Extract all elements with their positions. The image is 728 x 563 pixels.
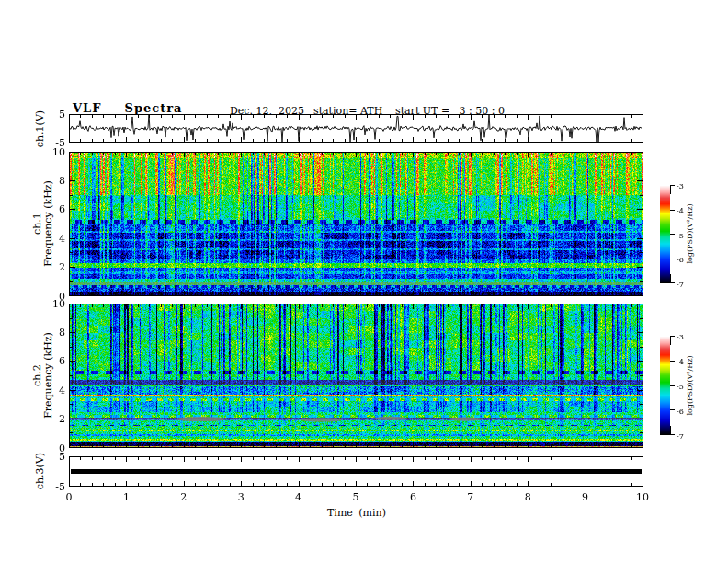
ch1-colorbar [660,185,678,283]
ch1-freq-tick-label: 0 [41,291,65,303]
time-tick-label: 5 [342,491,370,503]
ch1-colorbar-label: log(PSD)(V²/Hz) [686,203,694,263]
ch2-frequency-axis-label: ch.2 Frequency (kHz) [32,332,54,419]
ch2-spectrogram-panel [69,304,643,448]
ch1-frequency-axis-label: ch.1 Frequency (kHz) [32,180,54,267]
time-tick-label: 0 [55,491,83,503]
ch3-waveform-panel [69,456,643,487]
time-tick-label: 6 [399,491,427,503]
ch3-voltage-axis-label: ch.3(V) [35,453,46,489]
ch1-axis-label-line2: Frequency (kHz) [43,180,54,267]
ch2-freq-tick-label: 10 [41,298,65,310]
time-axis-label: Time (min) [301,507,412,519]
vlf-spectra-figure: VLF Spectra Dec. 12, 2025 station= ATH s… [0,0,728,563]
figure-title: VLF Spectra [73,101,182,115]
ch1-freq-tick-label: 10 [41,146,65,158]
time-tick-label: 2 [170,491,198,503]
time-tick-label: 8 [514,491,541,503]
ch2-axis-label-line2: Frequency (kHz) [43,332,54,419]
time-tick-label: 7 [457,491,484,503]
ch1-spectrogram-panel [69,152,643,296]
time-tick-label: 10 [629,491,656,503]
ch2-colorbar [660,336,678,435]
ch1-waveform-panel [69,114,643,143]
ch1-voltage-axis-label: ch.1(V) [35,110,46,147]
time-tick-label: 3 [227,491,255,503]
time-tick-label: 4 [285,491,313,503]
time-tick-label: 9 [572,491,599,503]
ch2-colorbar-label: log(PSD)(V²/Hz) [686,355,694,415]
time-tick-label: 1 [112,491,140,503]
